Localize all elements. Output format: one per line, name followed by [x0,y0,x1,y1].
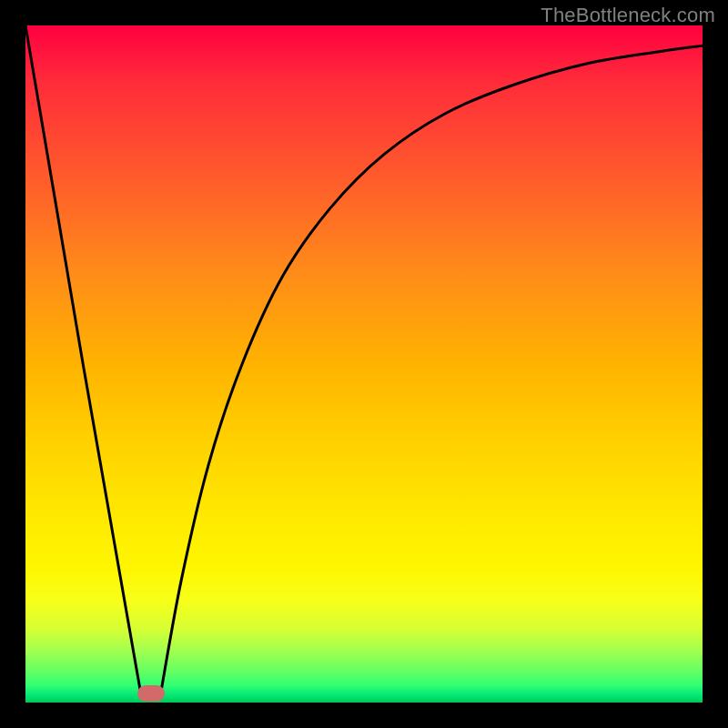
curve-left-branch [25,25,141,693]
plot-area [25,25,703,703]
optimal-point-marker [137,685,165,702]
watermark-text: TheBottleneck.com [541,4,715,27]
frame: TheBottleneck.com [0,0,728,728]
curve-right-branch [161,46,703,693]
curve-layer [25,25,703,703]
